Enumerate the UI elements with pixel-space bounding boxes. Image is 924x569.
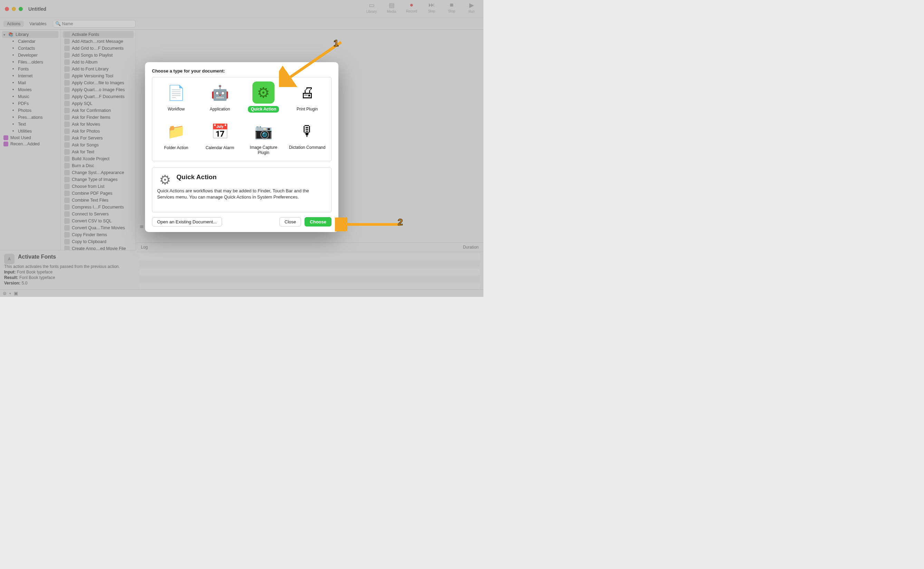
- type-image-capture-plugin[interactable]: 📷 Image Capture Plugin: [242, 119, 286, 157]
- calendar-icon: 📅: [209, 120, 231, 142]
- close-button[interactable]: Close: [279, 217, 301, 227]
- quick-action-gear-icon: ⚙: [253, 82, 274, 103]
- label: Quick Action: [248, 106, 279, 113]
- type-calendar-alarm[interactable]: 📅 Calendar Alarm: [198, 119, 242, 157]
- folder-icon: 📁: [165, 120, 187, 142]
- label: Dictation Command: [286, 145, 329, 151]
- type-folder-action[interactable]: 📁 Folder Action: [154, 119, 198, 157]
- type-description-box: ⚙ Quick Action Quick Actions are workflo…: [152, 167, 332, 212]
- type-quick-action[interactable]: ⚙ Quick Action: [242, 81, 286, 113]
- document-type-grid: 📄 Workflow 🤖 Application ⚙ Quick Action …: [152, 77, 332, 161]
- type-dictation-command[interactable]: 🎙 Dictation Command: [286, 119, 329, 157]
- dialog-heading: Choose a type for your document:: [152, 68, 332, 73]
- label: Workflow: [165, 106, 187, 113]
- automator-window: Untitled ▭Library ▤Media ●Record ⏭Step ■…: [0, 0, 483, 297]
- automator-app-icon: 🤖: [209, 82, 231, 103]
- camera-icon: 📷: [253, 120, 274, 142]
- desc-body: Quick Actions are workflows that may be …: [157, 188, 326, 200]
- type-workflow[interactable]: 📄 Workflow: [154, 81, 198, 113]
- open-existing-button[interactable]: Open an Existing Document...: [152, 217, 222, 227]
- label: Folder Action: [161, 145, 191, 151]
- label: Image Capture Plugin: [242, 145, 285, 156]
- type-application[interactable]: 🤖 Application: [198, 81, 242, 113]
- gear-icon: ⚙: [157, 172, 173, 188]
- workflow-file-icon: 📄: [165, 82, 187, 103]
- label: Application: [207, 106, 233, 113]
- microphone-icon: 🎙: [296, 120, 318, 142]
- dialog-button-row: Open an Existing Document... Close Choos…: [152, 217, 332, 227]
- new-document-dialog: Choose a type for your document: 📄 Workf…: [145, 62, 338, 232]
- label: Calendar Alarm: [203, 145, 237, 151]
- printer-icon: 🖨: [296, 82, 318, 103]
- choose-button[interactable]: Choose: [304, 217, 332, 227]
- type-print-plugin[interactable]: 🖨 Print Plugin: [286, 81, 329, 113]
- label: Print Plugin: [294, 106, 320, 113]
- desc-title: Quick Action: [157, 172, 326, 181]
